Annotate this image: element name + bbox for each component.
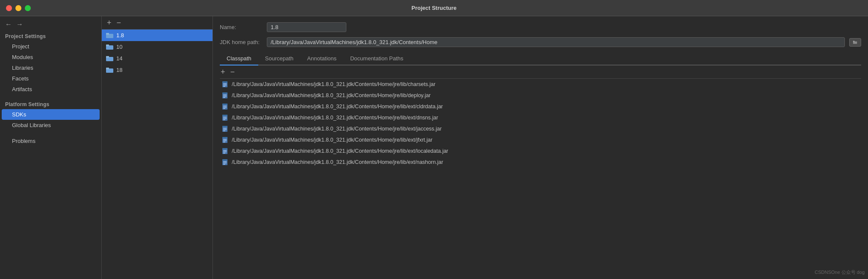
sdk-panel: + − 1.8 10 — [102, 16, 213, 279]
tab-documentation-paths[interactable]: Documentation Paths — [343, 52, 410, 65]
classpath-toolbar: + − — [220, 65, 861, 79]
svg-rect-21 — [222, 104, 227, 105]
classpath-entry[interactable]: /Library/Java/JavaVirtualMachines/jdk1.8… — [220, 134, 861, 145]
forward-button[interactable]: → — [15, 21, 24, 28]
maximize-button[interactable] — [25, 5, 31, 11]
svg-rect-22 — [223, 106, 227, 107]
sdk-list: 1.8 10 14 — [102, 30, 213, 279]
classpath-path: /Library/Java/JavaVirtualMachines/jdk1.8… — [232, 126, 442, 132]
sidebar-item-modules[interactable]: Modules — [0, 52, 101, 62]
classpath-entry[interactable]: /Library/Java/JavaVirtualMachines/jdk1.8… — [220, 101, 861, 112]
svg-rect-39 — [223, 142, 225, 142]
jdk-path-input[interactable] — [267, 37, 845, 47]
tab-annotations[interactable]: Annotations — [300, 52, 343, 65]
back-button[interactable]: ← — [4, 21, 13, 28]
svg-rect-27 — [223, 117, 227, 118]
svg-rect-43 — [223, 151, 227, 152]
sdk-add-button[interactable]: + — [106, 19, 112, 27]
sdk-toolbar: + − — [102, 16, 213, 30]
sidebar-item-project[interactable]: Project — [0, 41, 101, 52]
sidebar-item-facets[interactable]: Facets — [0, 73, 101, 84]
svg-rect-37 — [223, 139, 227, 140]
jdk-path-row: JDK home path: — [220, 37, 861, 47]
svg-rect-16 — [222, 92, 227, 94]
svg-rect-14 — [223, 86, 225, 87]
jar-icon — [221, 92, 228, 99]
window-controls — [6, 5, 31, 11]
svg-rect-7 — [106, 68, 109, 69]
classpath-path: /Library/Java/JavaVirtualMachines/jdk1.8… — [232, 104, 443, 110]
browse-button[interactable] — [849, 38, 861, 47]
svg-rect-13 — [223, 85, 227, 86]
classpath-path: /Library/Java/JavaVirtualMachines/jdk1.8… — [232, 115, 438, 121]
folder-icon — [106, 33, 114, 39]
folder-icon — [106, 44, 114, 50]
jar-icon — [221, 148, 228, 154]
project-settings-label: Project Settings — [0, 32, 101, 41]
sidebar-item-libraries[interactable]: Libraries — [0, 62, 101, 73]
svg-rect-49 — [223, 164, 225, 165]
sdk-remove-button[interactable]: − — [116, 19, 122, 27]
svg-rect-23 — [223, 107, 227, 108]
sidebar-item-problems[interactable]: Problems — [0, 136, 101, 146]
close-button[interactable] — [6, 5, 12, 11]
svg-rect-11 — [222, 81, 227, 83]
classpath-add-button[interactable]: + — [220, 68, 226, 76]
name-row: Name: — [220, 22, 861, 32]
svg-rect-24 — [223, 108, 225, 109]
detail-panel: Name: JDK home path: Classpath Sourcepat… — [213, 16, 868, 279]
folder-icon — [106, 67, 114, 73]
svg-rect-33 — [223, 129, 227, 130]
sidebar-item-sdks[interactable]: SDKs — [2, 109, 100, 120]
sidebar-nav: ← → — [0, 19, 101, 32]
svg-rect-5 — [106, 56, 109, 58]
classpath-path: /Library/Java/JavaVirtualMachines/jdk1.8… — [232, 159, 443, 165]
svg-rect-44 — [223, 153, 225, 154]
classpath-entry[interactable]: /Library/Java/JavaVirtualMachines/jdk1.8… — [220, 79, 861, 90]
classpath-path: /Library/Java/JavaVirtualMachines/jdk1.8… — [232, 81, 435, 87]
sdk-item-14[interactable]: 14 — [102, 53, 213, 64]
name-input[interactable] — [267, 22, 346, 32]
tab-classpath[interactable]: Classpath — [220, 52, 258, 65]
tabs: Classpath Sourcepath Annotations Documen… — [220, 52, 861, 65]
sidebar-item-global-libraries[interactable]: Global Libraries — [0, 120, 101, 131]
jar-icon — [221, 81, 228, 88]
classpath-path: /Library/Java/JavaVirtualMachines/jdk1.8… — [232, 137, 432, 143]
platform-settings-label: Platform Settings — [0, 100, 101, 109]
classpath-entry[interactable]: /Library/Java/JavaVirtualMachines/jdk1.8… — [220, 123, 861, 134]
sdk-item-10[interactable]: 10 — [102, 41, 213, 53]
svg-rect-9 — [853, 41, 855, 42]
classpath-list: /Library/Java/JavaVirtualMachines/jdk1.8… — [220, 79, 861, 275]
jar-icon — [221, 159, 228, 166]
sdk-item-1.8[interactable]: 1.8 — [102, 30, 213, 41]
sidebar: ← → Project Settings Project Modules Lib… — [0, 16, 102, 279]
svg-rect-48 — [223, 163, 227, 163]
folder-icon — [106, 56, 114, 62]
classpath-entry[interactable]: /Library/Java/JavaVirtualMachines/jdk1.8… — [220, 90, 861, 101]
sidebar-item-artifacts[interactable]: Artifacts — [0, 84, 101, 95]
sidebar-divider — [0, 95, 101, 100]
classpath-entry[interactable]: /Library/Java/JavaVirtualMachines/jdk1.8… — [220, 112, 861, 123]
svg-rect-36 — [222, 137, 227, 138]
tab-sourcepath[interactable]: Sourcepath — [258, 52, 301, 65]
svg-rect-26 — [222, 115, 227, 116]
svg-rect-8 — [853, 41, 857, 44]
main-layout: ← → Project Settings Project Modules Lib… — [0, 16, 868, 279]
svg-rect-41 — [222, 148, 227, 149]
jar-icon — [221, 125, 228, 132]
minimize-button[interactable] — [15, 5, 21, 11]
classpath-remove-button[interactable]: − — [230, 68, 236, 76]
name-label: Name: — [220, 24, 263, 30]
window-title: Project Structure — [411, 5, 456, 11]
jar-icon — [221, 114, 228, 121]
classpath-entry[interactable]: /Library/Java/JavaVirtualMachines/jdk1.8… — [220, 157, 861, 168]
jar-icon — [221, 103, 228, 110]
sdk-item-18[interactable]: 18 — [102, 64, 213, 76]
svg-rect-29 — [223, 119, 225, 120]
svg-rect-18 — [223, 96, 227, 97]
svg-rect-31 — [222, 126, 227, 127]
svg-rect-32 — [223, 128, 227, 129]
svg-rect-38 — [223, 140, 227, 141]
classpath-entry[interactable]: /Library/Java/JavaVirtualMachines/jdk1.8… — [220, 145, 861, 157]
classpath-path: /Library/Java/JavaVirtualMachines/jdk1.8… — [232, 148, 448, 154]
